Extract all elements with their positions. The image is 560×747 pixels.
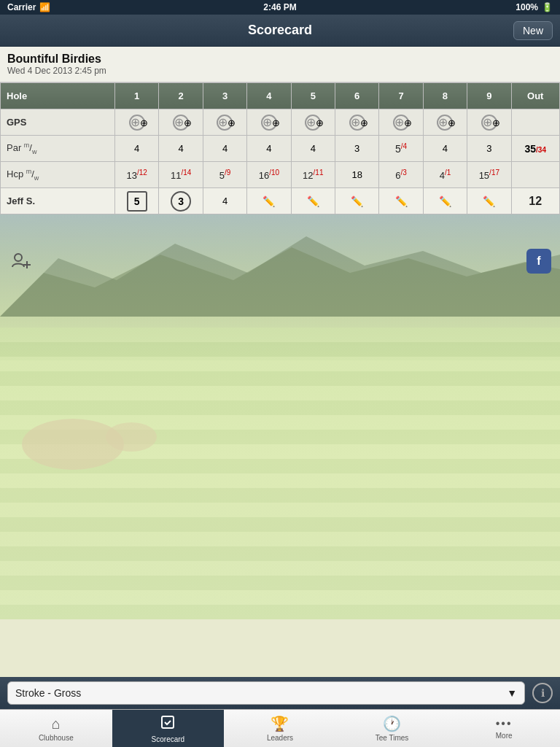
score-out: 12 bbox=[511, 188, 559, 214]
col-3: 3 bbox=[203, 83, 246, 109]
hcp-5: 12/11 bbox=[291, 162, 335, 188]
gps-2[interactable]: ⊕ bbox=[159, 109, 203, 136]
score-9[interactable]: ✏️ bbox=[467, 188, 511, 214]
hcp-8: 4/1 bbox=[423, 162, 467, 188]
chevron-down-icon: ▼ bbox=[507, 687, 517, 699]
tab-teetimes[interactable]: 🕐 Tee Times bbox=[336, 710, 448, 747]
gps-label: GPS bbox=[1, 109, 115, 136]
edit-icon-7: ✏️ bbox=[395, 196, 408, 207]
gps-5[interactable]: ⊕ bbox=[291, 109, 335, 136]
gps-icon-3: ⊕ bbox=[217, 115, 233, 131]
course-info: Bountiful Birdies Wed 4 Dec 2013 2:45 pm bbox=[0, 47, 560, 82]
hcp-label: Hcp m/w bbox=[1, 162, 115, 188]
tab-more[interactable]: ••• More bbox=[448, 710, 560, 747]
col-out: Out bbox=[511, 83, 559, 109]
home-icon: ⌂ bbox=[52, 716, 61, 732]
edit-icon-5: ✏️ bbox=[307, 196, 319, 207]
tab-more-label: More bbox=[496, 732, 513, 740]
action-bar: f bbox=[0, 243, 560, 279]
gps-icon-6: ⊕ bbox=[349, 115, 365, 131]
gps-icon-2: ⊕ bbox=[173, 115, 189, 131]
col-6: 6 bbox=[335, 83, 378, 109]
par-5: 4 bbox=[291, 136, 335, 162]
trophy-icon: 🏆 bbox=[271, 715, 289, 732]
col-8: 8 bbox=[423, 83, 467, 109]
col-5: 5 bbox=[291, 83, 335, 109]
par-out: 35/34 bbox=[511, 136, 559, 162]
tab-scorecard[interactable]: Scorecard bbox=[112, 710, 225, 747]
edit-icon-9: ✏️ bbox=[483, 196, 495, 207]
par-6: 3 bbox=[335, 136, 378, 162]
edit-icon-8: ✏️ bbox=[439, 196, 451, 207]
status-time: 2:46 PM bbox=[263, 2, 296, 12]
hcp-4: 16/10 bbox=[247, 162, 291, 188]
tab-clubhouse[interactable]: ⌂ Clubhouse bbox=[0, 710, 112, 747]
par-8: 4 bbox=[423, 136, 467, 162]
gps-icon-1: ⊕ bbox=[129, 115, 145, 131]
par-2: 4 bbox=[159, 136, 203, 162]
gps-row: GPS ⊕ ⊕ ⊕ ⊕ ⊕ ⊕ ⊕ ⊕ ⊕ bbox=[1, 109, 560, 136]
col-9: 9 bbox=[467, 83, 511, 109]
status-bar: Carrier 📶 2:46 PM 100% 🔋 bbox=[0, 0, 560, 15]
battery-text: 100% bbox=[516, 2, 538, 12]
hcp-2: 11/14 bbox=[159, 162, 203, 188]
tab-scorecard-label: Scorecard bbox=[152, 735, 185, 743]
hcp-3: 5/9 bbox=[203, 162, 246, 188]
stroke-dropdown[interactable]: Stroke - Gross ▼ bbox=[7, 681, 525, 705]
new-button[interactable]: New bbox=[513, 21, 553, 40]
score-8[interactable]: ✏️ bbox=[423, 188, 467, 214]
gps-9[interactable]: ⊕ bbox=[467, 109, 511, 136]
golf-stripes bbox=[0, 328, 560, 619]
carrier-text: Carrier bbox=[7, 2, 36, 12]
clock-icon: 🕐 bbox=[383, 715, 401, 732]
tab-leaders[interactable]: 🏆 Leaders bbox=[224, 710, 336, 747]
hcp-9: 15/17 bbox=[467, 162, 511, 188]
par-4: 4 bbox=[247, 136, 291, 162]
col-1: 1 bbox=[115, 83, 159, 109]
add-player-icon bbox=[11, 251, 31, 271]
gps-icon-5: ⊕ bbox=[305, 115, 321, 131]
battery-icon: 🔋 bbox=[542, 2, 553, 12]
hcp-7: 6/3 bbox=[379, 162, 423, 188]
tab-leaders-label: Leaders bbox=[267, 734, 293, 742]
svg-rect-8 bbox=[162, 716, 174, 728]
score-5[interactable]: ✏️ bbox=[291, 188, 335, 214]
hcp-row: Hcp m/w 13/12 11/14 5/9 16/10 12/11 18 6… bbox=[1, 162, 560, 188]
gps-4[interactable]: ⊕ bbox=[247, 109, 291, 136]
gps-3[interactable]: ⊕ bbox=[203, 109, 246, 136]
score-6[interactable]: ✏️ bbox=[335, 188, 378, 214]
score-box-1: 5 bbox=[127, 191, 147, 212]
par-1: 4 bbox=[115, 136, 159, 162]
score-3[interactable]: 4 bbox=[203, 188, 246, 214]
gps-icon-8: ⊕ bbox=[437, 115, 453, 131]
svg-point-6 bbox=[22, 419, 124, 470]
gps-icon-9: ⊕ bbox=[481, 115, 497, 131]
edit-icon-6: ✏️ bbox=[351, 196, 363, 207]
par-row: Par m/w 4 4 4 4 4 3 5/4 4 3 35/34 bbox=[1, 136, 560, 162]
score-7[interactable]: ✏️ bbox=[379, 188, 423, 214]
status-right: 100% 🔋 bbox=[516, 2, 553, 12]
course-date: Wed 4 Dec 2013 2:45 pm bbox=[7, 66, 553, 76]
course-name: Bountiful Birdies bbox=[7, 53, 553, 66]
score-1[interactable]: 5 bbox=[115, 188, 159, 214]
gps-icon-7: ⊕ bbox=[393, 115, 409, 131]
svg-point-7 bbox=[106, 422, 157, 452]
col-2: 2 bbox=[159, 83, 203, 109]
info-button[interactable]: ℹ bbox=[532, 683, 553, 703]
facebook-button[interactable]: f bbox=[526, 249, 551, 274]
tab-teetimes-label: Tee Times bbox=[376, 734, 409, 742]
gps-7[interactable]: ⊕ bbox=[379, 109, 423, 136]
hcp-out bbox=[511, 162, 559, 188]
gps-8[interactable]: ⊕ bbox=[423, 109, 467, 136]
scorecard-icon bbox=[160, 714, 176, 734]
nav-title: Scorecard bbox=[248, 23, 312, 38]
add-player-button[interactable] bbox=[9, 249, 34, 274]
score-2[interactable]: 3 bbox=[159, 188, 203, 214]
gps-out bbox=[511, 109, 559, 136]
score-4[interactable]: ✏️ bbox=[247, 188, 291, 214]
gps-6[interactable]: ⊕ bbox=[335, 109, 378, 136]
par-9: 3 bbox=[467, 136, 511, 162]
gps-1[interactable]: ⊕ bbox=[115, 109, 159, 136]
hcp-1: 13/12 bbox=[115, 162, 159, 188]
info-icon: ℹ bbox=[541, 687, 545, 699]
